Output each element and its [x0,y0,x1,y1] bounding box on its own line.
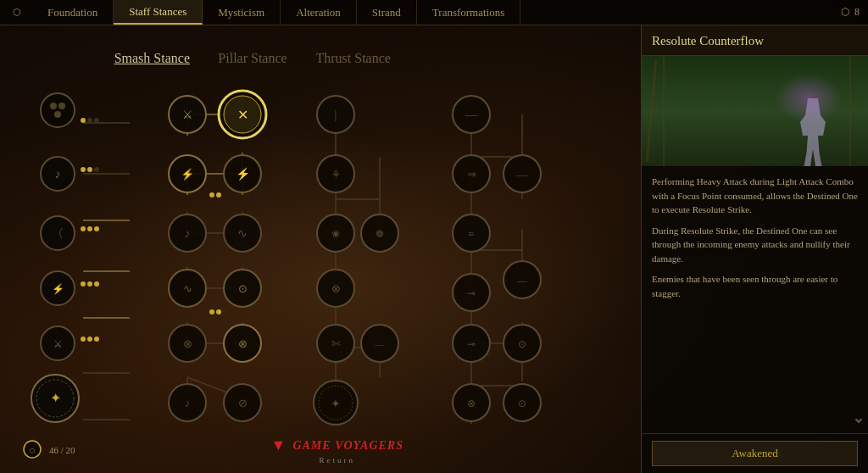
smash-node-6-1[interactable]: ♪ [169,384,206,421]
thrust-node-6-2[interactable]: ⊙ [504,384,541,421]
smash-node-2-1[interactable]: ⚡ [169,155,206,192]
smash-node-5-2[interactable]: ⊗ [224,325,261,362]
svg-text:⚔: ⚔ [182,109,193,121]
svg-text:∿: ∿ [183,282,192,295]
svg-text:⊗: ⊗ [238,337,248,350]
thrust-node-4-2[interactable]: — [504,261,541,298]
svg-point-51 [58,103,65,109]
svg-point-54 [87,118,92,123]
smash-node-3-1[interactable]: ♪ [169,214,206,252]
right-panel: Resolute Counterflow Performing Heavy At… [641,25,868,473]
svg-text:〈: 〈 [52,227,64,240]
sp-counter: ⬡ 46 / 20 [24,441,75,458]
svg-text:✦: ✦ [331,398,341,410]
thrust-node-5-1[interactable]: ⊸ [453,325,490,362]
skill-tree-area: Smash Stance Pillar Stance Thrust Stance [0,25,641,473]
svg-point-63 [81,226,86,231]
panel-desc-1: Performing Heavy Attack during Light Att… [652,175,858,217]
pillar-node-3-2[interactable]: ❁ [361,214,398,252]
svg-text:|: | [335,109,337,121]
nav-right-area: ⬡ 8 [841,6,860,19]
panel-title: Resolute Counterflow [642,25,868,56]
svg-text:≡: ≡ [469,228,475,240]
smash-node-3-2[interactable]: ∿ [224,214,261,252]
svg-point-58 [81,167,86,172]
pillar-node-6[interactable]: ✦ [314,381,358,425]
smash-node-1-1[interactable]: ⚔ [169,96,206,133]
svg-text:❀: ❀ [331,228,340,240]
nav-label-mysticism: Mysticism [218,6,264,19]
smash-node-4-1[interactable]: ∿ [169,270,206,307]
pillar-node-2[interactable]: ⚘ [317,155,354,192]
skill-tree-svg: ♪ 〈 ⚡ ⚔ [0,25,641,473]
pillar-node-1[interactable]: | [317,96,354,133]
svg-text:⊙: ⊙ [518,338,526,350]
edge-node-large[interactable]: ✦ [31,375,79,422]
nav-label-foundation: Foundation [47,6,97,19]
nav-item-transformations[interactable]: Transformations [417,0,520,25]
thrust-node-3[interactable]: ≡ [453,214,490,252]
svg-point-91 [209,192,214,198]
svg-point-53 [81,118,86,123]
svg-point-64 [87,226,92,231]
thrust-node-2-2[interactable]: — [504,155,541,192]
edge-node-3[interactable]: 〈 [41,216,75,250]
smash-node-5-1[interactable]: ⊗ [169,325,206,362]
svg-text:♪: ♪ [185,227,191,240]
nav-label-alteration: Alteration [296,6,341,19]
svg-point-50 [50,103,57,109]
svg-point-55 [94,118,99,123]
svg-text:⚡: ⚡ [236,167,251,181]
svg-text:⊗: ⊗ [467,398,476,409]
svg-text:⇒: ⇒ [467,168,476,181]
pillar-node-3-1[interactable]: ❀ [317,214,354,252]
svg-point-70 [94,281,99,287]
awakened-button[interactable]: Awakened [652,441,858,466]
edge-node-2[interactable]: ♪ [41,157,75,191]
svg-text:✄: ✄ [331,337,341,350]
watermark-name: GAME VOYAGERS [292,439,403,453]
top-nav: ⬡ Foundation Staff Stances Mysticism Alt… [0,0,868,25]
edge-node-5[interactable]: ⚔ [41,326,75,360]
nav-label-transformations: Transformations [432,6,504,19]
svg-point-75 [94,337,99,342]
nav-item-mysticism[interactable]: Mysticism [203,0,281,25]
smash-node-1-2-selected[interactable]: ✕ [219,91,266,138]
smash-node-6-2[interactable]: ⊘ [224,384,261,421]
svg-text:♪: ♪ [55,168,61,181]
smash-node-2-2[interactable]: ⚡ [224,155,261,192]
panel-desc-3: Enemies that have been seen through are … [652,272,858,300]
watermark-sub: Return [320,456,356,465]
svg-text:—: — [516,275,528,287]
svg-text:⚔: ⚔ [53,338,63,350]
thrust-node-5-2[interactable]: ⊙ [504,325,541,362]
svg-point-52 [54,111,61,118]
thrust-node-6-1[interactable]: ⊗ [453,384,490,421]
pillar-node-5-2[interactable]: — [361,325,398,362]
pillar-node-4[interactable]: ⊗ [317,270,354,307]
nav-label-staff-stances: Staff Stances [129,5,186,19]
thrust-node-4-1[interactable]: ⊸ [453,274,490,311]
panel-description: Performing Heavy Attack during Light Att… [642,166,868,433]
pillar-node-5-1[interactable]: ✄ [317,325,354,362]
svg-point-65 [94,226,99,231]
nav-item-staff-stances[interactable]: Staff Stances [114,0,203,25]
thrust-node-2-1[interactable]: ⇒ [453,155,490,192]
smash-node-4-2[interactable]: ⊙ [224,270,261,307]
svg-text:♪: ♪ [185,397,191,409]
svg-point-74 [87,337,92,342]
panel-footer: Awakened [642,433,868,473]
thrust-node-1[interactable]: — [453,96,490,133]
nav-item-strand[interactable]: Strand [357,0,417,25]
svg-text:⊘: ⊘ [238,397,248,409]
svg-text:⊸: ⊸ [467,338,476,350]
panel-preview-image [642,56,868,166]
edge-node-1[interactable] [41,93,75,127]
watermark-chevron: ▼ [271,437,287,454]
svg-text:⬡: ⬡ [30,448,35,454]
nav-corner-icon: ⬡ [8,4,25,21]
nav-item-alteration[interactable]: Alteration [281,0,357,25]
nav-item-foundation[interactable]: Foundation [32,0,114,25]
edge-node-4[interactable]: ⚡ [41,271,75,305]
nav-label-strand: Strand [372,6,401,19]
